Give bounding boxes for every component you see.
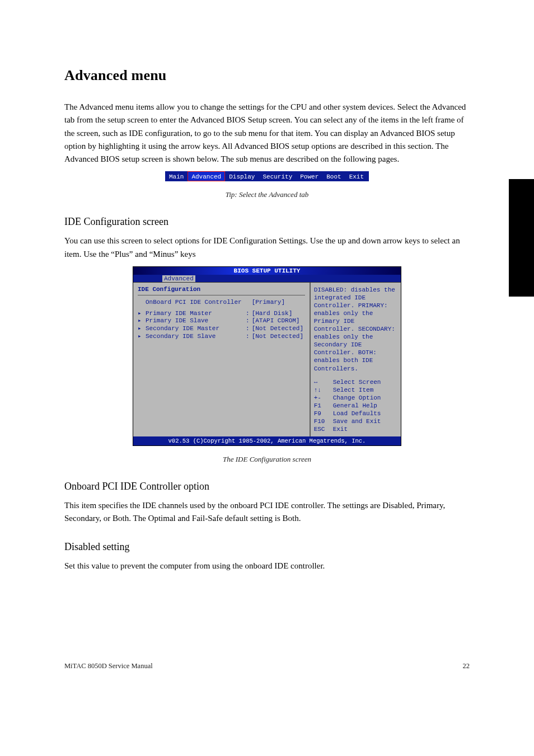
bios-footer: v02.53 (C)Copyright 1985-2002, American … [133,436,401,445]
bios-tab-exit: Exit [345,171,368,181]
bios-key-help: ↔Select Screen↑↓Select Item+-Change Opti… [314,378,397,434]
bios-active-tab: Advanced [162,275,195,282]
bios-key: F9 [314,410,329,417]
bios-key-row: F9Load Defaults [314,410,397,417]
bios-key-desc: Select Screen [333,378,381,386]
bios-key-row: ↔Select Screen [314,378,397,386]
footer-page-number: 22 [463,662,470,670]
bios-rows: OnBoard PCI IDE Controller [Primary]▸Pri… [138,299,305,341]
bios-key-desc: Exit [333,425,348,433]
bios-row: OnBoard PCI IDE Controller [Primary] [138,299,305,307]
bios-tab-bar: MainAdvancedDisplaySecurityPowerBootExit [165,171,369,181]
bios-key: F10 [314,417,329,425]
bios-row-value: [ATAPI CDROM] [252,317,305,325]
disabled-setting-heading: Disabled setting [64,541,470,553]
bios-key-row: F10Save and Exit [314,417,397,425]
caption-ide-screen: The IDE Configuration screen [64,455,470,464]
bios-screenshot: BIOS SETUP UTILITY Advanced IDE Configur… [133,266,401,446]
page-footer: MiTAC 8050D Service Manual 22 [64,662,470,670]
bios-tab-row: Advanced [133,275,401,282]
bios-key-desc: Save and Exit [333,417,381,425]
bios-row-label: Primary IDE Master [146,310,242,318]
onboard-controller-heading: Onboard PCI IDE Controller option [64,481,470,492]
triangle-icon: ▸ [138,325,143,333]
bios-key-desc: Select Item [333,386,374,394]
bios-key-desc: Change Option [333,394,381,402]
bios-section-title: IDE Configuration [138,286,305,293]
bios-key-row: ESCExit [314,425,397,433]
triangle-icon [138,299,143,307]
footer-doc-title: MiTAC 8050D Service Manual [64,662,153,670]
bios-right-pane: DISABLED: disables the integrated IDE Co… [310,283,401,436]
bios-tab-display: Display [225,171,259,181]
bios-help-text: DISABLED: disables the integrated IDE Co… [314,286,397,373]
bios-row: ▸Secondary IDE Slave:[Not Detected] [138,333,305,341]
bios-key: +- [314,394,329,402]
bios-row-label: Secondary IDE Master [146,325,242,333]
bios-row: ▸Secondary IDE Master:[Not Detected] [138,325,305,333]
ide-config-heading: IDE Configuration screen [64,216,470,228]
bios-key-desc: General Help [333,402,377,410]
bios-left-pane: IDE Configuration OnBoard PCI IDE Contro… [133,283,310,436]
bios-key: ↑↓ [314,386,329,394]
intro-paragraph: The Advanced menu items allow you to cha… [64,101,470,166]
colon-separator [244,299,250,307]
bios-title: BIOS SETUP UTILITY [133,267,401,275]
colon-separator: : [244,317,250,325]
colon-separator: : [244,325,250,333]
disabled-setting-paragraph: Set this value to prevent the computer f… [64,560,470,572]
triangle-icon: ▸ [138,310,143,318]
colon-separator: : [244,333,250,341]
bios-key-row: ↑↓Select Item [314,386,397,394]
bios-key: F1 [314,402,329,410]
bios-key-row: +-Change Option [314,394,397,402]
bios-row-value: [Not Detected] [252,325,305,333]
page-content: Advanced menu The Advanced menu items al… [0,0,534,704]
bios-row-label: Secondary IDE Slave [146,333,242,341]
triangle-icon: ▸ [138,317,143,325]
page-title: Advanced menu [64,67,470,84]
bios-row: ▸Primary IDE Master:[Hard Disk] [138,310,305,318]
bios-tab-boot: Boot [322,171,345,181]
bios-tab-security: Security [259,171,296,181]
bios-row-value: [Hard Disk] [252,310,305,318]
bios-key: ↔ [314,378,329,386]
bios-tab-advanced: Advanced [188,171,225,181]
ide-config-paragraph: You can use this screen to select option… [64,234,470,261]
bios-row-label: OnBoard PCI IDE Controller [146,299,242,307]
caption-select-advanced: Tip: Select the Advanced tab [64,190,470,199]
bios-row-value: [Not Detected] [252,333,305,341]
bios-key-row: F1General Help [314,402,397,410]
colon-separator: : [244,310,250,318]
triangle-icon: ▸ [138,333,143,341]
onboard-controller-paragraph: This item specifies the IDE channels use… [64,499,470,525]
bios-row: ▸Primary IDE Slave:[ATAPI CDROM] [138,317,305,325]
bios-key: ESC [314,425,329,433]
bios-row-label: Primary IDE Slave [146,317,242,325]
bios-row-value: [Primary] [252,299,305,307]
bios-tab-power: Power [296,171,322,181]
bios-key-desc: Load Defaults [333,410,381,417]
bios-tab-main: Main [165,171,188,181]
